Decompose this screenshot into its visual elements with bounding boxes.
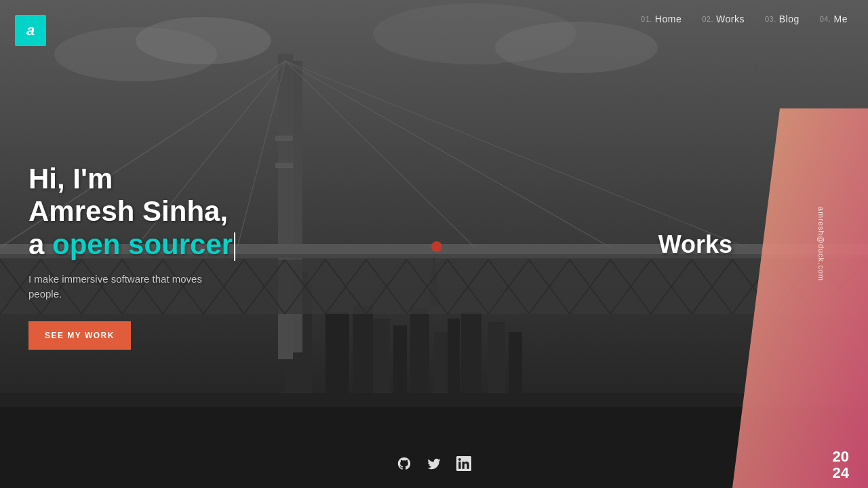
nav-works-label: Works <box>716 14 745 24</box>
nav-blog-label: Blog <box>779 14 800 24</box>
hero-heading: Hi, I'm Amresh Sinha, a open sourcer <box>28 163 235 261</box>
logo[interactable]: a <box>15 15 46 46</box>
hero-line3-prefix: a <box>28 228 52 260</box>
email-vertical: amresh@duck.com <box>817 207 825 281</box>
github-icon[interactable] <box>397 456 412 474</box>
nav-blog[interactable]: 03. Blog <box>765 14 800 24</box>
nav-home[interactable]: 01. Home <box>641 14 682 24</box>
svg-rect-10 <box>353 305 373 393</box>
svg-rect-22 <box>275 163 296 168</box>
svg-rect-14 <box>434 332 449 393</box>
year-line2: 24 <box>833 465 849 481</box>
hero-highlight: open sourcer <box>52 228 233 260</box>
nav-home-num: 01. <box>641 15 652 23</box>
nav-works-num: 02. <box>702 15 713 23</box>
social-bar <box>397 456 471 474</box>
nav-blog-num: 03. <box>765 15 776 23</box>
svg-rect-6 <box>0 393 868 407</box>
nav-me[interactable]: 04. Me <box>820 14 848 24</box>
svg-rect-15 <box>448 319 460 393</box>
svg-rect-21 <box>275 136 296 141</box>
svg-rect-11 <box>373 319 390 393</box>
svg-rect-18 <box>509 332 522 393</box>
year-badge: 20 24 <box>833 449 849 481</box>
twitter-icon[interactable] <box>427 456 441 474</box>
cursor-blink <box>234 232 235 261</box>
works-label: Works <box>658 230 732 259</box>
nav-me-label: Me <box>834 14 848 24</box>
nav-me-num: 04. <box>820 15 831 23</box>
svg-rect-16 <box>461 312 481 393</box>
svg-rect-13 <box>410 308 429 393</box>
cta-button[interactable]: SEE MY WORK <box>28 321 131 350</box>
nav-works[interactable]: 02. Works <box>702 14 745 24</box>
svg-rect-17 <box>488 322 505 393</box>
svg-point-2 <box>136 17 271 64</box>
hero-line2: Amresh Sinha, <box>28 195 228 227</box>
svg-rect-12 <box>393 325 407 393</box>
hero-line1: Hi, I'm <box>28 163 113 195</box>
logo-letter: a <box>26 22 35 39</box>
nav-home-label: Home <box>655 14 682 24</box>
main-nav: 01. Home 02. Works 03. Blog 04. Me <box>620 0 868 38</box>
year-line1: 20 <box>833 449 849 465</box>
svg-rect-9 <box>326 312 349 393</box>
hero-tagline: I make immersive software that movespeop… <box>28 272 235 302</box>
hero-section: Hi, I'm Amresh Sinha, a open sourcer I m… <box>28 163 235 350</box>
linkedin-icon[interactable] <box>456 456 471 474</box>
red-dot-marker <box>431 241 442 252</box>
